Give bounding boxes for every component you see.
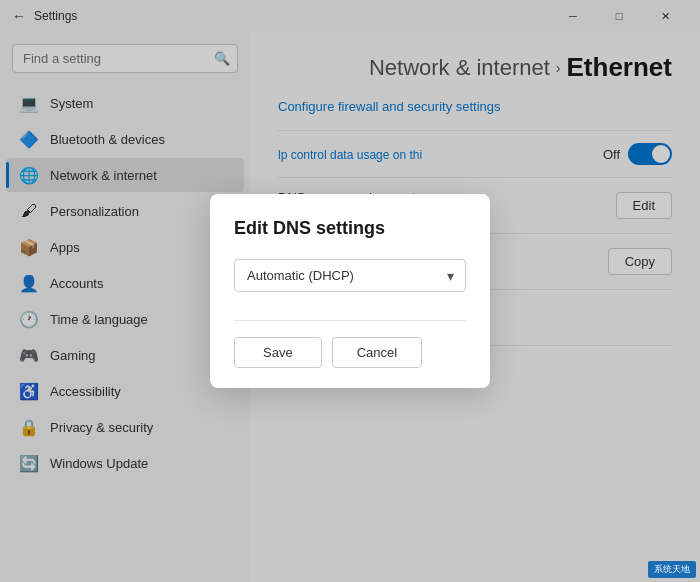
- dialog-title: Edit DNS settings: [234, 218, 466, 239]
- dialog-overlay: Edit DNS settings Automatic (DHCP) Manua…: [0, 0, 700, 582]
- edit-dns-dialog: Edit DNS settings Automatic (DHCP) Manua…: [210, 194, 490, 388]
- dropdown-wrap: Automatic (DHCP) Manual: [234, 259, 466, 292]
- watermark: 系统天地: [648, 561, 696, 578]
- dns-mode-dropdown[interactable]: Automatic (DHCP) Manual: [234, 259, 466, 292]
- cancel-button[interactable]: Cancel: [332, 337, 422, 368]
- dialog-buttons: Save Cancel: [234, 320, 466, 368]
- save-button[interactable]: Save: [234, 337, 322, 368]
